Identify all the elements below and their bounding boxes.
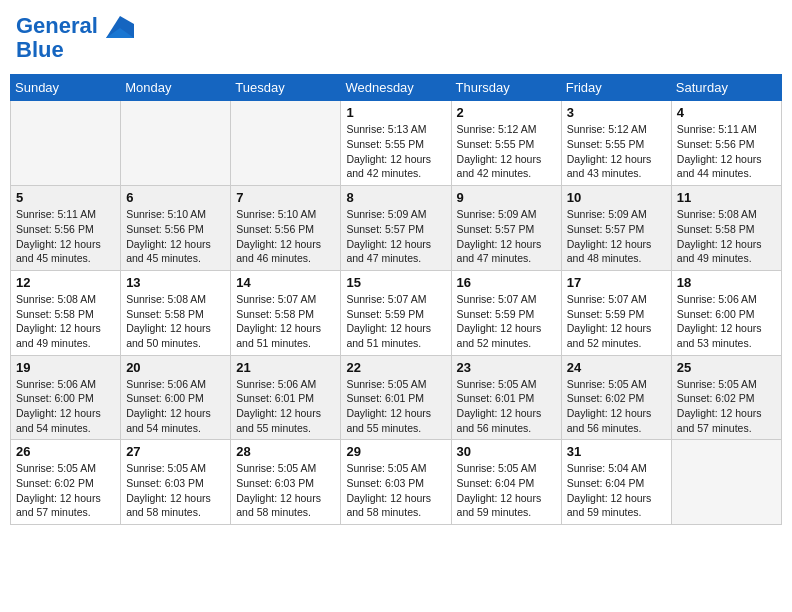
day-number: 21 <box>236 360 335 375</box>
calendar-cell <box>121 101 231 186</box>
calendar-cell: 17Sunrise: 5:07 AMSunset: 5:59 PMDayligh… <box>561 270 671 355</box>
day-number: 27 <box>126 444 225 459</box>
day-info: Sunrise: 5:09 AMSunset: 5:57 PMDaylight:… <box>346 207 445 266</box>
day-info: Sunrise: 5:07 AMSunset: 5:59 PMDaylight:… <box>457 292 556 351</box>
calendar-cell: 25Sunrise: 5:05 AMSunset: 6:02 PMDayligh… <box>671 355 781 440</box>
calendar-cell: 24Sunrise: 5:05 AMSunset: 6:02 PMDayligh… <box>561 355 671 440</box>
day-info: Sunrise: 5:05 AMSunset: 6:02 PMDaylight:… <box>567 377 666 436</box>
calendar-cell: 7Sunrise: 5:10 AMSunset: 5:56 PMDaylight… <box>231 186 341 271</box>
day-info: Sunrise: 5:08 AMSunset: 5:58 PMDaylight:… <box>16 292 115 351</box>
day-number: 22 <box>346 360 445 375</box>
day-number: 14 <box>236 275 335 290</box>
day-info: Sunrise: 5:05 AMSunset: 6:03 PMDaylight:… <box>126 461 225 520</box>
day-number: 13 <box>126 275 225 290</box>
day-info: Sunrise: 5:06 AMSunset: 6:01 PMDaylight:… <box>236 377 335 436</box>
day-info: Sunrise: 5:05 AMSunset: 6:01 PMDaylight:… <box>457 377 556 436</box>
logo: General Blue <box>16 14 134 62</box>
calendar-cell: 6Sunrise: 5:10 AMSunset: 5:56 PMDaylight… <box>121 186 231 271</box>
calendar-cell: 21Sunrise: 5:06 AMSunset: 6:01 PMDayligh… <box>231 355 341 440</box>
day-number: 15 <box>346 275 445 290</box>
weekday-header: Saturday <box>671 75 781 101</box>
weekday-header: Monday <box>121 75 231 101</box>
day-number: 3 <box>567 105 666 120</box>
weekday-header: Thursday <box>451 75 561 101</box>
day-info: Sunrise: 5:08 AMSunset: 5:58 PMDaylight:… <box>677 207 776 266</box>
page-header: General Blue <box>10 10 782 66</box>
logo-text: General <box>16 14 134 38</box>
calendar-cell: 2Sunrise: 5:12 AMSunset: 5:55 PMDaylight… <box>451 101 561 186</box>
calendar-cell: 9Sunrise: 5:09 AMSunset: 5:57 PMDaylight… <box>451 186 561 271</box>
day-info: Sunrise: 5:05 AMSunset: 6:04 PMDaylight:… <box>457 461 556 520</box>
weekday-header: Wednesday <box>341 75 451 101</box>
day-number: 24 <box>567 360 666 375</box>
calendar-cell: 22Sunrise: 5:05 AMSunset: 6:01 PMDayligh… <box>341 355 451 440</box>
calendar-cell: 16Sunrise: 5:07 AMSunset: 5:59 PMDayligh… <box>451 270 561 355</box>
calendar-cell <box>11 101 121 186</box>
calendar-cell: 27Sunrise: 5:05 AMSunset: 6:03 PMDayligh… <box>121 440 231 525</box>
day-info: Sunrise: 5:11 AMSunset: 5:56 PMDaylight:… <box>16 207 115 266</box>
day-number: 10 <box>567 190 666 205</box>
day-info: Sunrise: 5:05 AMSunset: 6:02 PMDaylight:… <box>677 377 776 436</box>
calendar-cell: 30Sunrise: 5:05 AMSunset: 6:04 PMDayligh… <box>451 440 561 525</box>
day-number: 31 <box>567 444 666 459</box>
day-number: 8 <box>346 190 445 205</box>
calendar-cell <box>671 440 781 525</box>
day-info: Sunrise: 5:12 AMSunset: 5:55 PMDaylight:… <box>457 122 556 181</box>
weekday-header: Friday <box>561 75 671 101</box>
calendar-cell: 28Sunrise: 5:05 AMSunset: 6:03 PMDayligh… <box>231 440 341 525</box>
calendar-cell <box>231 101 341 186</box>
calendar-cell: 15Sunrise: 5:07 AMSunset: 5:59 PMDayligh… <box>341 270 451 355</box>
calendar-cell: 5Sunrise: 5:11 AMSunset: 5:56 PMDaylight… <box>11 186 121 271</box>
day-info: Sunrise: 5:05 AMSunset: 6:01 PMDaylight:… <box>346 377 445 436</box>
day-info: Sunrise: 5:13 AMSunset: 5:55 PMDaylight:… <box>346 122 445 181</box>
day-info: Sunrise: 5:07 AMSunset: 5:59 PMDaylight:… <box>346 292 445 351</box>
logo-blue: Blue <box>16 38 134 62</box>
day-info: Sunrise: 5:06 AMSunset: 6:00 PMDaylight:… <box>16 377 115 436</box>
calendar-table: SundayMondayTuesdayWednesdayThursdayFrid… <box>10 74 782 525</box>
day-number: 4 <box>677 105 776 120</box>
day-number: 19 <box>16 360 115 375</box>
calendar-cell: 13Sunrise: 5:08 AMSunset: 5:58 PMDayligh… <box>121 270 231 355</box>
calendar-cell: 18Sunrise: 5:06 AMSunset: 6:00 PMDayligh… <box>671 270 781 355</box>
calendar-cell: 29Sunrise: 5:05 AMSunset: 6:03 PMDayligh… <box>341 440 451 525</box>
weekday-header: Tuesday <box>231 75 341 101</box>
day-number: 20 <box>126 360 225 375</box>
day-number: 6 <box>126 190 225 205</box>
calendar-cell: 8Sunrise: 5:09 AMSunset: 5:57 PMDaylight… <box>341 186 451 271</box>
day-number: 29 <box>346 444 445 459</box>
day-number: 1 <box>346 105 445 120</box>
calendar-cell: 3Sunrise: 5:12 AMSunset: 5:55 PMDaylight… <box>561 101 671 186</box>
calendar-cell: 14Sunrise: 5:07 AMSunset: 5:58 PMDayligh… <box>231 270 341 355</box>
day-number: 9 <box>457 190 556 205</box>
day-number: 12 <box>16 275 115 290</box>
day-info: Sunrise: 5:09 AMSunset: 5:57 PMDaylight:… <box>457 207 556 266</box>
day-info: Sunrise: 5:06 AMSunset: 6:00 PMDaylight:… <box>126 377 225 436</box>
day-number: 18 <box>677 275 776 290</box>
calendar-cell: 23Sunrise: 5:05 AMSunset: 6:01 PMDayligh… <box>451 355 561 440</box>
day-info: Sunrise: 5:09 AMSunset: 5:57 PMDaylight:… <box>567 207 666 266</box>
day-number: 16 <box>457 275 556 290</box>
calendar-cell: 4Sunrise: 5:11 AMSunset: 5:56 PMDaylight… <box>671 101 781 186</box>
calendar-cell: 11Sunrise: 5:08 AMSunset: 5:58 PMDayligh… <box>671 186 781 271</box>
day-number: 5 <box>16 190 115 205</box>
day-info: Sunrise: 5:04 AMSunset: 6:04 PMDaylight:… <box>567 461 666 520</box>
day-number: 7 <box>236 190 335 205</box>
day-number: 30 <box>457 444 556 459</box>
day-info: Sunrise: 5:07 AMSunset: 5:59 PMDaylight:… <box>567 292 666 351</box>
day-number: 11 <box>677 190 776 205</box>
calendar-cell: 26Sunrise: 5:05 AMSunset: 6:02 PMDayligh… <box>11 440 121 525</box>
day-info: Sunrise: 5:05 AMSunset: 6:03 PMDaylight:… <box>346 461 445 520</box>
day-info: Sunrise: 5:12 AMSunset: 5:55 PMDaylight:… <box>567 122 666 181</box>
day-number: 25 <box>677 360 776 375</box>
day-info: Sunrise: 5:06 AMSunset: 6:00 PMDaylight:… <box>677 292 776 351</box>
calendar-cell: 10Sunrise: 5:09 AMSunset: 5:57 PMDayligh… <box>561 186 671 271</box>
day-number: 17 <box>567 275 666 290</box>
calendar-cell: 12Sunrise: 5:08 AMSunset: 5:58 PMDayligh… <box>11 270 121 355</box>
day-info: Sunrise: 5:10 AMSunset: 5:56 PMDaylight:… <box>236 207 335 266</box>
calendar-cell: 31Sunrise: 5:04 AMSunset: 6:04 PMDayligh… <box>561 440 671 525</box>
day-info: Sunrise: 5:07 AMSunset: 5:58 PMDaylight:… <box>236 292 335 351</box>
weekday-header: Sunday <box>11 75 121 101</box>
day-number: 2 <box>457 105 556 120</box>
day-number: 28 <box>236 444 335 459</box>
day-info: Sunrise: 5:10 AMSunset: 5:56 PMDaylight:… <box>126 207 225 266</box>
